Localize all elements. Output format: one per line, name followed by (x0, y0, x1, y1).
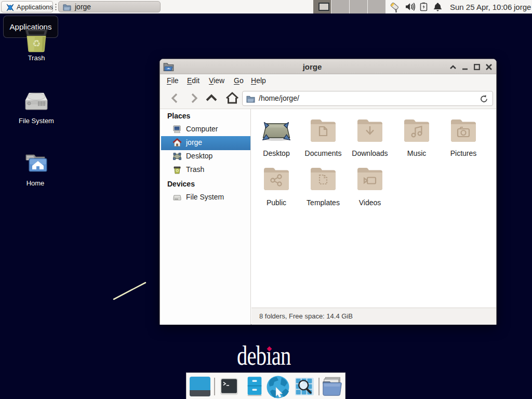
svg-text:♻: ♻ (32, 38, 41, 49)
svg-text:♻: ♻ (175, 168, 179, 173)
